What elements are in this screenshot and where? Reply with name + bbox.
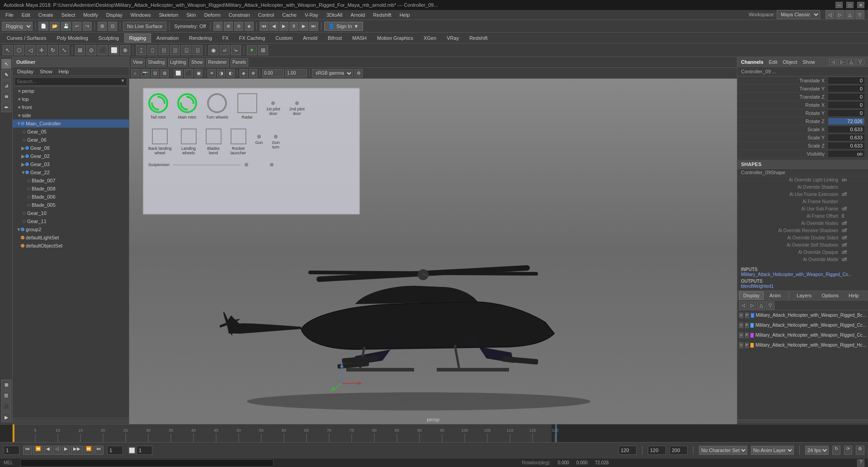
tab-redshift[interactable]: Redshift	[464, 33, 492, 43]
anim-tab[interactable]: Anim	[765, 291, 785, 300]
rx-value[interactable]	[828, 102, 864, 108]
menu-redshift[interactable]: Redshift	[369, 11, 395, 19]
playback-settings-btn[interactable]: ⚙	[856, 446, 864, 455]
vp-shadow-btn[interactable]: ◑	[217, 69, 225, 77]
cube-btn[interactable]: ⬛	[98, 45, 108, 55]
right-hscroll[interactable]	[737, 419, 868, 424]
vp-value2[interactable]	[285, 69, 307, 77]
prev-keyframe-btn[interactable]: ⏮	[259, 22, 269, 31]
next-keyframe-btn[interactable]: ⏭	[309, 22, 318, 31]
next-frame-btn[interactable]: ▶	[299, 22, 308, 31]
transform-btn[interactable]: ⊞	[75, 45, 85, 55]
ctrl-tail-rotor[interactable]: Tail rotor	[148, 93, 168, 119]
ctrl-gun[interactable]: Gun	[255, 129, 263, 155]
ctrl-blades-bend[interactable]: Bladesbend	[206, 129, 222, 155]
tree-item-blade005[interactable]: ◇ Blade_005	[13, 201, 129, 209]
viewport-canvas[interactable]: Tail rotor Main rotor	[129, 79, 737, 424]
tree-item-blade006[interactable]: ◇ Blade_006	[13, 193, 129, 201]
tweak-btn[interactable]: ⊕	[224, 22, 233, 31]
menu-cache[interactable]: Cache	[278, 11, 300, 19]
prev-frame-bb-btn[interactable]: ⏪	[33, 446, 43, 455]
hair-btn[interactable]: ≋	[1, 91, 11, 101]
panel-btn3[interactable]: △	[847, 59, 855, 65]
vp-smooth-btn[interactable]: ⬛	[184, 69, 193, 77]
tab-curves[interactable]: Curves / Surfaces	[2, 33, 51, 43]
ctrl-gun-turn[interactable]: Gunturn	[272, 129, 280, 155]
goto-start-btn[interactable]: ⏮	[23, 446, 32, 455]
timeline[interactable]: 5 10 15 20 25 30 35 40 45 50 55 60 65	[0, 424, 868, 442]
tree-item-persp[interactable]: ■ persp	[13, 87, 129, 95]
ctrl-main-rotor[interactable]: Main rotor	[177, 93, 197, 119]
sz-value[interactable]	[828, 143, 864, 149]
tree-item-top[interactable]: ■ top	[13, 95, 129, 103]
history-btn[interactable]: ⊘	[234, 22, 243, 31]
ik-btn[interactable]: ⤾	[220, 45, 230, 55]
channel-visibility[interactable]: Visibility	[737, 150, 868, 158]
tab-sculpting[interactable]: Sculpting	[94, 33, 124, 43]
object-tab[interactable]: Object	[783, 59, 797, 65]
workspace-btn2[interactable]: ▷	[835, 10, 844, 19]
channels-tab[interactable]: Channels	[741, 59, 764, 65]
vp-light-btn[interactable]: ☀	[208, 69, 216, 77]
select-mode-btn[interactable]: ↖	[1, 59, 11, 69]
tx-value[interactable]	[828, 77, 864, 84]
channel-rotate-y[interactable]: Rotate Y	[737, 109, 868, 117]
gamma-select[interactable]: sRGB gamma	[312, 69, 353, 77]
tree-item-gear10[interactable]: ◇ Gear_10	[13, 209, 129, 217]
prev-frame-btn[interactable]: ◀	[269, 22, 278, 31]
character-set-select[interactable]: No Character Set	[699, 446, 747, 455]
layer-p-btn2[interactable]: P	[745, 323, 749, 328]
tab-bifrost[interactable]: Bifrost	[323, 33, 347, 43]
tree-item-gear22[interactable]: ▼ Gear_22	[13, 168, 129, 176]
tree-item-gear11[interactable]: ◇ Gear_11	[13, 217, 129, 225]
channel-rotate-z[interactable]: Rotate Z	[737, 117, 868, 125]
help-tab[interactable]: Help	[844, 291, 863, 300]
channel-scale-x[interactable]: Scale X	[737, 125, 868, 133]
layer-v-btn2[interactable]: V	[739, 323, 743, 328]
menu-edit[interactable]: Edit	[18, 11, 34, 19]
quick-sel-btn[interactable]: ◈	[245, 22, 254, 31]
vp-wire-btn[interactable]: ⬜	[174, 69, 183, 77]
vp-panels-menu[interactable]: Panels	[231, 58, 248, 67]
vp-value1[interactable]	[262, 69, 284, 77]
current-frame-input[interactable]	[107, 446, 123, 455]
channel-rotate-x[interactable]: Rotate X	[737, 101, 868, 109]
fk-btn[interactable]: ⤿	[231, 45, 241, 55]
tree-item-default-object[interactable]: defaultObjectSet	[13, 242, 129, 250]
delete-layer-btn[interactable]: ▷	[748, 301, 756, 310]
vp-isolate-btn[interactable]: ⊕	[249, 69, 257, 77]
ry-value[interactable]	[828, 110, 864, 116]
menu-skin[interactable]: Skin	[183, 11, 199, 19]
vp-home-btn[interactable]: ⌂	[131, 69, 139, 77]
workspace-btn4[interactable]: ▽	[855, 10, 864, 19]
undo-btn[interactable]: ↩	[72, 22, 81, 31]
vp-grid-btn[interactable]: ⊞	[160, 69, 169, 77]
tree-item-gear08[interactable]: ▶ Gear_08	[13, 144, 129, 152]
menu-create[interactable]: Create	[35, 11, 57, 19]
menu-file[interactable]: File	[2, 11, 17, 19]
rig-btn1[interactable]: ⌶	[136, 45, 146, 55]
vp-gamma-settings-btn[interactable]: ⚙	[354, 69, 363, 77]
minimize-button[interactable]: ─	[835, 2, 843, 8]
menu-help[interactable]: Help	[396, 11, 414, 19]
scene-btn[interactable]: ⬛	[1, 401, 11, 411]
ctrl-pilot2-door[interactable]: 2nd pilotdoor	[289, 93, 305, 119]
channel-scale-y[interactable]: Scale Y	[737, 133, 868, 142]
menu-skeleton[interactable]: Skeleton	[155, 11, 182, 19]
rig-btn6[interactable]: ⌻	[193, 45, 203, 55]
new-scene-btn[interactable]: 📄	[38, 22, 48, 31]
panel-btn1[interactable]: ◁	[829, 59, 837, 65]
display-tab[interactable]: Display	[739, 291, 764, 300]
soft-select-btn[interactable]: ◎	[213, 22, 222, 31]
tab-fxcaching[interactable]: FX Caching	[234, 33, 270, 43]
ctrl-rocket-launcher[interactable]: Rocketlauncher	[231, 129, 246, 155]
vp-tex-btn[interactable]: ▣	[194, 69, 203, 77]
move-btn[interactable]: ✛	[37, 45, 47, 55]
tree-item-gear05[interactable]: ◇ Gear_05	[13, 128, 129, 136]
workspace-btn3[interactable]: △	[845, 10, 854, 19]
layer-cc2[interactable]: V P Military_Attack_Helicopter_with_Weap…	[737, 330, 868, 340]
rig-btn3[interactable]: ⌸	[159, 45, 169, 55]
close-button[interactable]: ✕	[857, 2, 864, 8]
snap-pt-btn[interactable]: ⊕	[120, 45, 130, 55]
menu-control[interactable]: Control	[255, 11, 278, 19]
